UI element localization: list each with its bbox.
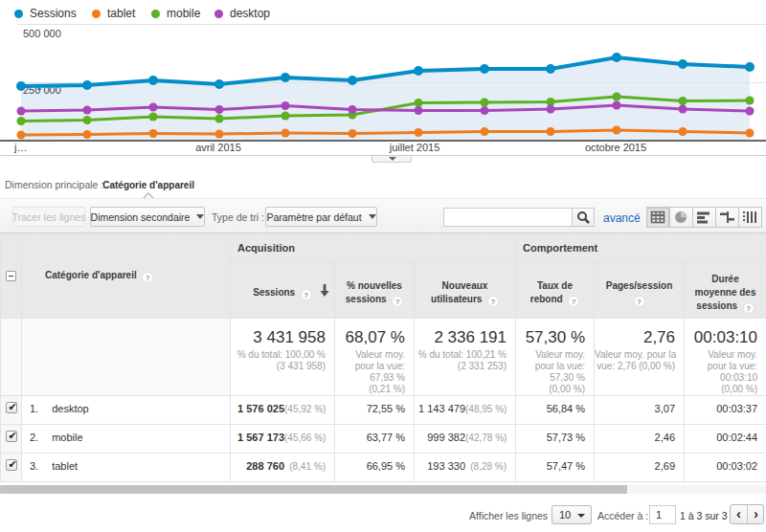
svg-text:juillet 2015: juillet 2015 bbox=[389, 142, 440, 153]
svg-text:500 000: 500 000 bbox=[23, 28, 61, 39]
svg-text:avril 2015: avril 2015 bbox=[195, 142, 241, 153]
svg-text:octobre 2015: octobre 2015 bbox=[585, 142, 646, 153]
svg-text:j…: j… bbox=[13, 142, 27, 153]
